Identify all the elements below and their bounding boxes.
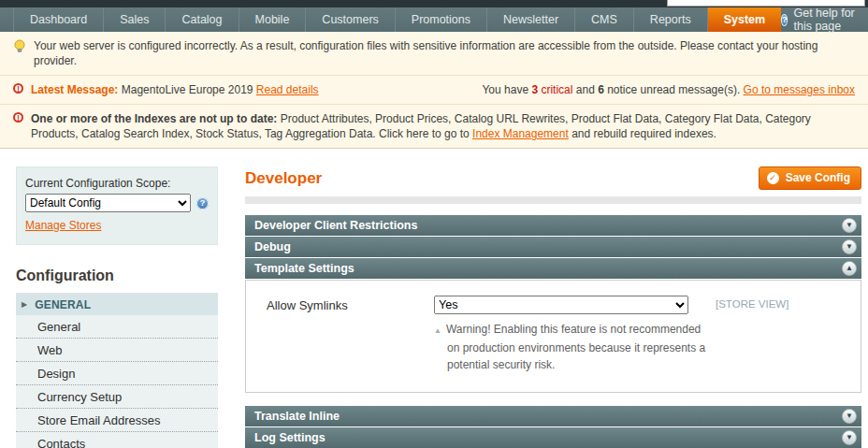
warning-triangle-icon: ▲ xyxy=(434,326,441,335)
symlinks-warning-note: ▲Warning! Enabling this feature is not r… xyxy=(434,321,715,373)
get-help-link[interactable]: ? Get help for this page xyxy=(781,7,868,32)
nav-item-promotions[interactable]: Promotions xyxy=(396,7,487,32)
template-settings-panel: Allow Symlinks Yes ▲Warning! Enabling th… xyxy=(245,280,861,393)
nav-item-mobile[interactable]: Mobile xyxy=(239,7,307,32)
sidebar-item-design[interactable]: Design xyxy=(16,362,218,385)
nav-item-system[interactable]: System xyxy=(708,7,781,32)
unread-post: notice unread message(s). xyxy=(604,83,744,96)
sidebar-section-general[interactable]: ▶ GENERAL xyxy=(16,294,218,315)
section-translate-inline[interactable]: Translate Inline ▼ xyxy=(245,406,861,426)
check-circle-icon: ✓ xyxy=(767,172,779,184)
error-icon: ! xyxy=(13,112,23,123)
config-sidebar: Current Configuration Scope: Default Con… xyxy=(16,166,218,448)
nav-item-sales[interactable]: Sales xyxy=(104,7,166,32)
scope-label: Current Configuration Scope: xyxy=(25,177,209,190)
notification-area: Your web server is configured incorrectl… xyxy=(0,32,868,149)
server-notice-message: Your web server is configured incorrectl… xyxy=(0,32,868,76)
index-warning-text: One or more of the Indexes are not up to… xyxy=(31,111,855,141)
sidebar-item-store-email-addresses[interactable]: Store Email Addresses xyxy=(16,409,218,432)
section-label: Log Settings xyxy=(254,431,326,444)
lightbulb-icon xyxy=(13,39,26,53)
header-divider xyxy=(245,196,861,204)
chevron-down-icon[interactable]: ▼ xyxy=(842,218,857,233)
admin-navbar: Dashboard Sales Catalog Mobile Customers… xyxy=(0,7,868,32)
unread-summary: You have 3 critical and 6 notice unread … xyxy=(482,82,855,97)
get-help-label: Get help for this page xyxy=(793,7,857,33)
save-config-button[interactable]: ✓ Save Config xyxy=(759,166,861,190)
index-management-link[interactable]: Index Management xyxy=(472,127,569,140)
latest-message-text: Latest Message: MagentoLive Europe 2019 … xyxy=(31,82,463,97)
nav-item-catalog[interactable]: Catalog xyxy=(166,7,239,32)
error-icon: ! xyxy=(13,83,23,94)
scope-help-icon[interactable]: ? xyxy=(196,197,209,210)
sidebar-section-label: GENERAL xyxy=(35,298,91,311)
allow-symlinks-label: Allow Symlinks xyxy=(246,296,434,312)
question-circle-icon: ? xyxy=(781,14,788,26)
nav-item-newsletter[interactable]: Newsletter xyxy=(487,7,575,32)
sidebar-heading: Configuration xyxy=(16,259,218,294)
page-body: Current Configuration Scope: Default Con… xyxy=(0,149,868,448)
index-warning-bold: One or more of the Indexes are not up to… xyxy=(31,112,277,125)
global-search-input[interactable] xyxy=(667,0,865,7)
sidebar-item-general[interactable]: General xyxy=(16,315,218,339)
section-developer-client-restrictions[interactable]: Developer Client Restrictions ▼ xyxy=(245,215,861,236)
chevron-down-icon[interactable]: ▼ xyxy=(842,409,857,424)
main-content: Developer ✓ Save Config Developer Client… xyxy=(245,166,861,448)
index-warning-suffix: and rebuild required indexes. xyxy=(569,127,716,140)
section-label: Developer Client Restrictions xyxy=(254,219,417,232)
nav-item-cms[interactable]: CMS xyxy=(575,7,634,32)
unread-and: and xyxy=(572,83,598,96)
nav-item-dashboard[interactable]: Dashboard xyxy=(13,7,104,32)
manage-stores-link[interactable]: Manage Stores xyxy=(25,219,101,232)
store-view-scope-label: [STORE VIEW] xyxy=(716,296,788,310)
allow-symlinks-select[interactable]: Yes xyxy=(434,296,688,314)
save-config-label: Save Config xyxy=(786,171,850,184)
critical-word: critical xyxy=(538,83,572,96)
nav-item-reports[interactable]: Reports xyxy=(634,7,708,32)
arrow-right-icon: ▶ xyxy=(22,300,27,309)
section-debug[interactable]: Debug ▼ xyxy=(245,237,861,257)
chevron-down-icon[interactable]: ▼ xyxy=(842,430,857,445)
top-strip xyxy=(0,0,868,7)
section-label: Template Settings xyxy=(254,262,354,275)
chevron-up-icon[interactable]: ▲ xyxy=(842,261,857,276)
unread-pre: You have xyxy=(482,83,531,96)
nav-item-customers[interactable]: Customers xyxy=(306,7,395,32)
notice-count: 6 xyxy=(598,83,604,96)
chevron-down-icon[interactable]: ▼ xyxy=(842,239,857,254)
sidebar-item-contacts[interactable]: Contacts xyxy=(16,432,218,448)
configuration-scope-box: Current Configuration Scope: Default Con… xyxy=(16,166,218,245)
section-label: Debug xyxy=(254,240,291,253)
page-title: Developer xyxy=(245,169,322,188)
messages-inbox-link[interactable]: Go to messages inbox xyxy=(744,83,855,96)
latest-message-row: ! Latest Message: MagentoLive Europe 201… xyxy=(0,76,868,105)
section-log-settings[interactable]: Log Settings ▼ xyxy=(245,427,861,448)
symlinks-warning-text: Warning! Enabling this feature is not re… xyxy=(446,323,705,371)
section-template-settings[interactable]: Template Settings ▲ xyxy=(245,258,861,279)
latest-message-label: Latest Message: xyxy=(31,83,118,96)
index-warning-message: ! One or more of the Indexes are not up … xyxy=(0,105,868,148)
scope-select[interactable]: Default Config xyxy=(25,194,191,212)
read-details-link[interactable]: Read details xyxy=(256,83,319,96)
server-notice-text: Your web server is configured incorrectl… xyxy=(34,38,855,68)
sidebar-item-currency-setup[interactable]: Currency Setup xyxy=(16,385,218,409)
latest-message-body: MagentoLive Europe 2019 xyxy=(122,83,253,96)
section-label: Translate Inline xyxy=(254,410,340,423)
sidebar-item-web[interactable]: Web xyxy=(16,339,218,362)
